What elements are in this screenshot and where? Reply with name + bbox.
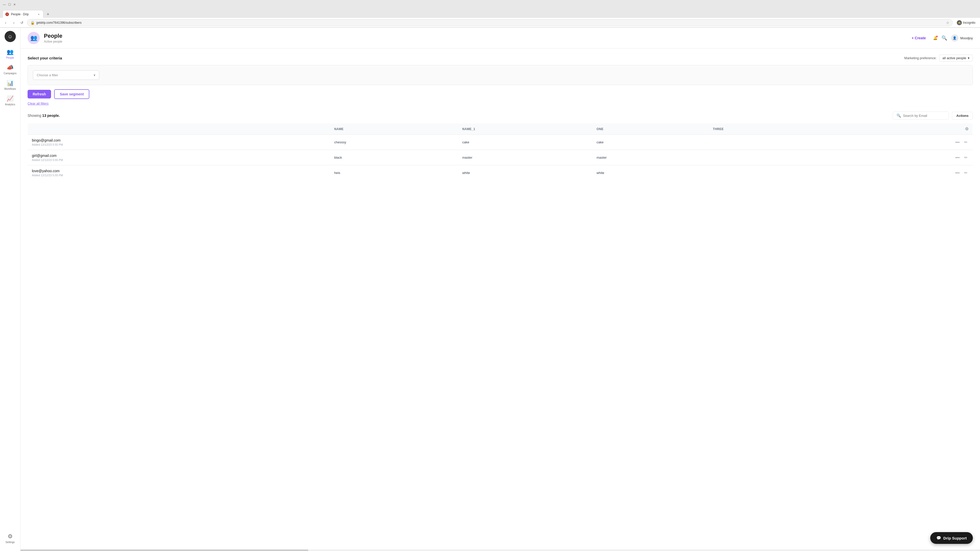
action-buttons: Refresh Save segment — [27, 89, 973, 99]
showing-text: Showing 13 people. — [27, 114, 60, 118]
marketing-preference: Marketing preference: all active people … — [904, 55, 973, 62]
username: Moodjoy — [960, 36, 973, 40]
row-actions-3: ••• ✏ — [829, 165, 973, 181]
row-more-btn-2[interactable]: ••• — [954, 155, 961, 160]
tab-bar: d People · Drip × + — [0, 9, 980, 18]
filter-dropdown[interactable]: Choose a filter ▾ — [33, 70, 99, 80]
clear-filters-link[interactable]: Clear all filters — [27, 102, 48, 105]
table-body: bingo@gmail.com Added 12/12/23 5:55 PM c… — [28, 135, 973, 181]
header-actions: 🔔 🔍 👤 Moodjoy — [933, 35, 973, 41]
row-actions-container-1: ••• ✏ — [834, 139, 969, 145]
address-icons: ☆ — [946, 21, 950, 25]
drip-support-button[interactable]: 💬 Drip Support — [930, 532, 973, 544]
actions-button[interactable]: Actions — [952, 112, 973, 120]
tab-favicon: d — [5, 13, 9, 16]
address-text: getdrip.com/7641396/subscribers — [36, 21, 81, 24]
drip-support-label: Drip Support — [943, 536, 967, 540]
search-input[interactable] — [903, 114, 945, 118]
new-tab-btn[interactable]: + — [45, 11, 52, 18]
table-controls: 🔍 Actions — [893, 111, 973, 120]
scrollbar-track[interactable] — [21, 549, 980, 551]
row-actions-container-3: ••• ✏ — [834, 170, 969, 176]
sidebar-label-analytics: Analytics — [5, 103, 15, 106]
table-header-row-el: Name Name_1 one three ⚙ — [28, 124, 973, 135]
name1-1: cake — [458, 135, 592, 150]
search-btn[interactable]: 🔍 — [942, 35, 947, 41]
user-menu[interactable]: 👤 Moodjoy — [951, 35, 973, 41]
browser-actions: 🕵 Incognito — [957, 20, 977, 25]
minimize-btn[interactable]: — — [3, 3, 6, 6]
back-btn[interactable]: ‹ — [3, 20, 9, 26]
added-date-2: Added 12/12/23 5:55 PM — [32, 159, 326, 162]
col-three: three — [709, 124, 829, 135]
maximize-btn[interactable]: ☐ — [8, 3, 11, 6]
row-edit-btn-3[interactable]: ✏ — [963, 170, 969, 176]
content-area: Select your criteria Marketing preferenc… — [21, 48, 980, 187]
close-btn[interactable]: ✕ — [13, 3, 16, 6]
sidebar-item-campaigns[interactable]: 📣 Campaigns — [2, 62, 19, 77]
refresh-button[interactable]: Refresh — [27, 90, 51, 98]
table-settings-gear[interactable]: ⚙ — [965, 127, 969, 131]
create-button[interactable]: + Create — [908, 35, 929, 41]
incognito-icon: 🕵 — [957, 20, 962, 25]
app-container: ☺ 👥 People 📣 Campaigns 📊 Workflows 📈 Ana… — [0, 28, 980, 551]
active-tab[interactable]: d People · Drip × — [3, 10, 43, 18]
data-table: Name Name_1 one three ⚙ — [27, 123, 973, 181]
window-controls: — ☐ ✕ — [3, 3, 16, 6]
people-count: 13 people. — [42, 114, 60, 118]
sidebar-label-people: People — [6, 56, 14, 59]
sidebar-label-workflows: Workflows — [4, 87, 16, 90]
one-3: white — [592, 165, 709, 181]
main-content: 👥 People Active people + Create 🔔 🔍 👤 Mo… — [21, 28, 980, 551]
browser-titlebar: — ☐ ✕ — [0, 0, 980, 9]
sidebar-item-analytics[interactable]: 📈 Analytics — [2, 93, 19, 108]
sidebar-item-workflows[interactable]: 📊 Workflows — [2, 77, 19, 93]
user-avatar: 👤 — [951, 35, 958, 41]
row-more-btn-1[interactable]: ••• — [954, 140, 961, 145]
incognito-btn[interactable]: 🕵 Incognito — [957, 20, 975, 25]
row-more-btn-3[interactable]: ••• — [954, 170, 961, 176]
name-3: heis — [330, 165, 458, 181]
scrollbar-thumb[interactable] — [21, 549, 308, 551]
tab-close-btn[interactable]: × — [38, 13, 40, 16]
search-icon: 🔍 — [897, 114, 901, 118]
refresh-nav-btn[interactable]: ↺ — [19, 20, 25, 26]
address-bar[interactable]: 🔒 getdrip.com/7641396/subscribers ☆ — [27, 19, 953, 26]
filter-header: Select your criteria Marketing preferenc… — [27, 55, 973, 62]
col-settings[interactable]: ⚙ — [829, 124, 973, 135]
table-row: bingo@gmail.com Added 12/12/23 5:55 PM c… — [28, 135, 973, 150]
page-subtitle: Active people — [44, 40, 904, 43]
row-actions-container-2: ••• ✏ — [834, 155, 969, 160]
added-date-1: Added 12/12/23 5:55 PM — [32, 143, 326, 146]
email-cell-1: bingo@gmail.com Added 12/12/23 5:55 PM — [28, 135, 330, 150]
three-1 — [709, 135, 829, 150]
address-bar-row: ‹ › ↺ 🔒 getdrip.com/7641396/subscribers … — [0, 18, 980, 27]
col-name: Name — [330, 124, 458, 135]
marketing-pref-select[interactable]: all active people ▾ — [939, 55, 973, 62]
sidebar: ☺ 👥 People 📣 Campaigns 📊 Workflows 📈 Ana… — [0, 28, 21, 551]
row-edit-btn-1[interactable]: ✏ — [963, 139, 969, 145]
sidebar-item-settings[interactable]: ⚙ Settings — [2, 530, 19, 546]
one-1: cake — [592, 135, 709, 150]
forward-btn[interactable]: › — [11, 20, 17, 26]
sidebar-label-campaigns: Campaigns — [3, 72, 17, 75]
sidebar-item-people[interactable]: 👥 People — [2, 46, 19, 62]
name1-3: white — [458, 165, 592, 181]
settings-icon: ⚙ — [8, 533, 13, 540]
filter-placeholder: Choose a filter — [37, 73, 58, 77]
search-box[interactable]: 🔍 — [893, 111, 949, 120]
three-2 — [709, 150, 829, 165]
col-name1: Name_1 — [458, 124, 592, 135]
star-icon[interactable]: ☆ — [946, 21, 950, 25]
row-edit-btn-2[interactable]: ✏ — [963, 155, 969, 160]
analytics-icon: 📈 — [6, 95, 14, 102]
lock-icon: 🔒 — [30, 21, 35, 25]
sidebar-logo[interactable]: ☺ — [5, 31, 16, 42]
name-1: chesssy — [330, 135, 458, 150]
workflows-icon: 📊 — [6, 80, 14, 86]
drip-support-icon: 💬 — [936, 536, 941, 540]
save-segment-button[interactable]: Save segment — [54, 89, 89, 99]
notification-dot — [936, 35, 938, 38]
row-actions-2: ••• ✏ — [829, 150, 973, 165]
notification-btn[interactable]: 🔔 — [933, 36, 937, 40]
